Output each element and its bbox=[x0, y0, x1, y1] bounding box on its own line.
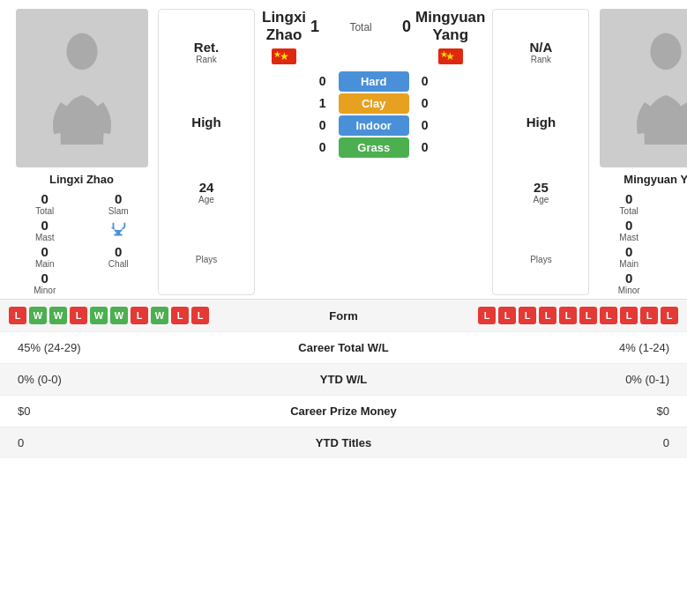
form-label: Form bbox=[291, 309, 397, 323]
svg-point-1 bbox=[650, 33, 681, 71]
left-rank: Ret. Rank bbox=[194, 40, 219, 64]
bottom-section: LWWLWWLWLL Form LLLLLLLLLL 45% (24-29) C… bbox=[0, 299, 687, 458]
form-badge: L bbox=[498, 307, 516, 324]
left-trophy-icon bbox=[83, 218, 155, 242]
right-stat-chall: 0 Chall bbox=[667, 244, 687, 269]
surface-row-hard: 0 Hard 0 bbox=[258, 71, 489, 92]
form-row: LWWLWWLWLL Form LLLLLLLLLL bbox=[0, 299, 687, 331]
stat-row: 0 YTD Titles 0 bbox=[0, 427, 687, 458]
stat-right: $0 bbox=[423, 404, 670, 418]
form-badge: L bbox=[600, 307, 617, 324]
right-player-name: Mingyuan Yang bbox=[624, 173, 687, 186]
left-player-photo bbox=[16, 9, 148, 167]
stat-center: Career Prize Money bbox=[265, 404, 423, 418]
right-stat-main: 0 Main bbox=[593, 244, 665, 269]
svg-point-0 bbox=[66, 33, 97, 71]
main-container: Lingxi Zhao 0 Total 0 Slam 0 Mast bbox=[0, 0, 687, 458]
form-badge: W bbox=[29, 307, 47, 324]
center-stats: Lingxi Zhao ★ 1 Total 0 MingyuanYang ★ bbox=[258, 9, 489, 295]
right-age: 25 Age bbox=[534, 180, 549, 204]
surface-rows: 0 Hard 0 1 Clay 0 0 Indoor 0 0 Grass bbox=[258, 71, 489, 158]
stat-right: 0 bbox=[423, 436, 670, 449]
form-badge: W bbox=[90, 307, 108, 324]
left-stat-minor: 0 Minor bbox=[9, 271, 81, 295]
stat-row: $0 Career Prize Money $0 bbox=[0, 395, 687, 427]
stats-table: 45% (24-29) Career Total W/L 4% (1-24) 0… bbox=[0, 331, 687, 458]
left-stat-main: 0 Main bbox=[9, 244, 81, 269]
right-player-photo bbox=[600, 9, 687, 167]
right-rank: N/A Rank bbox=[529, 40, 552, 64]
left-age: 24 Age bbox=[198, 180, 214, 204]
form-badge: L bbox=[539, 307, 556, 324]
left-stat-mast: 0 Mast bbox=[9, 218, 81, 242]
form-badge: L bbox=[70, 307, 87, 324]
form-badge: W bbox=[110, 307, 128, 324]
left-high: High bbox=[191, 115, 220, 130]
form-badge: L bbox=[519, 307, 536, 324]
right-header-name: MingyuanYang bbox=[415, 9, 485, 45]
right-total-score: 0 bbox=[398, 18, 415, 36]
form-badge: L bbox=[9, 307, 26, 324]
left-player-name: Lingxi Zhao bbox=[49, 173, 114, 186]
form-badge: W bbox=[151, 307, 168, 324]
form-badge: L bbox=[478, 307, 496, 324]
right-flag: ★ bbox=[438, 48, 463, 64]
left-plays: Plays bbox=[196, 255, 217, 264]
indoor-badge: Indoor bbox=[339, 115, 409, 136]
stat-left: 45% (24-29) bbox=[18, 341, 265, 354]
left-flag: ★ bbox=[272, 48, 296, 64]
stat-left: 0% (0-0) bbox=[18, 373, 265, 386]
form-badge: W bbox=[49, 307, 67, 324]
surface-row-grass: 0 Grass 0 bbox=[258, 137, 489, 158]
stat-center: YTD W/L bbox=[265, 373, 423, 386]
stat-center: YTD Titles bbox=[265, 436, 423, 449]
form-badge: L bbox=[559, 307, 577, 324]
stat-row: 0% (0-0) YTD W/L 0% (0-1) bbox=[0, 363, 687, 395]
right-stat-mast: 0 Mast bbox=[593, 218, 665, 242]
right-stat-total: 0 Total bbox=[593, 191, 665, 216]
right-form: LLLLLLLLLL bbox=[397, 307, 679, 324]
clay-badge: Clay bbox=[339, 93, 409, 114]
surface-row-indoor: 0 Indoor 0 bbox=[258, 115, 489, 136]
left-detail-card: Ret. Rank High 24 Age Plays bbox=[158, 9, 255, 295]
form-badge: L bbox=[191, 307, 209, 324]
form-badge: L bbox=[131, 307, 148, 324]
stat-row: 45% (24-29) Career Total W/L 4% (1-24) bbox=[0, 331, 687, 363]
stat-center: Career Total W/L bbox=[265, 341, 423, 354]
left-silhouette bbox=[47, 26, 117, 150]
form-badge: L bbox=[640, 307, 658, 324]
form-badge: L bbox=[171, 307, 189, 324]
stat-right: 4% (1-24) bbox=[423, 341, 670, 354]
left-form: LWWLWWLWLL bbox=[9, 307, 291, 324]
stat-right: 0% (0-1) bbox=[423, 373, 670, 386]
surface-row-clay: 1 Clay 0 bbox=[258, 93, 489, 114]
stat-left: 0 bbox=[18, 436, 265, 449]
form-badge: L bbox=[661, 307, 678, 324]
left-player-card: Lingxi Zhao 0 Total 0 Slam 0 Mast bbox=[9, 9, 154, 295]
right-silhouette bbox=[631, 26, 687, 150]
left-total-score: 1 bbox=[306, 18, 324, 36]
right-stat-minor: 0 Minor bbox=[593, 271, 665, 295]
stat-left: $0 bbox=[18, 404, 265, 418]
right-stat-slam: 0 Slam bbox=[667, 191, 687, 216]
right-player-card: Mingyuan Yang 0 Total 0 Slam 0 Mast bbox=[593, 9, 687, 295]
left-stat-total: 0 Total bbox=[9, 191, 81, 216]
right-plays: Plays bbox=[530, 255, 551, 264]
form-badge: L bbox=[579, 307, 597, 324]
grass-badge: Grass bbox=[339, 137, 409, 158]
left-header-name: Lingxi Zhao bbox=[262, 9, 306, 45]
right-detail-card: N/A Rank High 25 Age Plays bbox=[492, 9, 589, 295]
right-high: High bbox=[526, 115, 556, 130]
hard-badge: Hard bbox=[339, 71, 409, 92]
left-stat-slam: 0 Slam bbox=[83, 191, 155, 216]
left-stat-chall: 0 Chall bbox=[83, 244, 155, 269]
total-label: Total bbox=[334, 21, 387, 33]
right-trophy-icon bbox=[667, 218, 687, 242]
form-badge: L bbox=[620, 307, 638, 324]
